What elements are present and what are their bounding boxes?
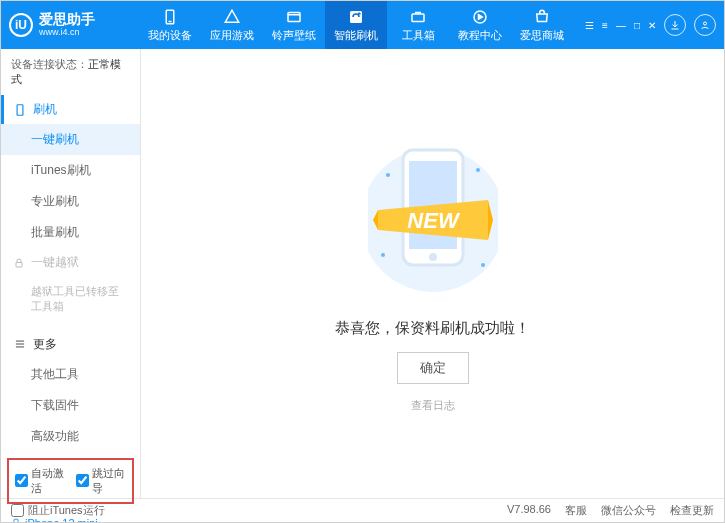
brand-name: 爱思助手 bbox=[39, 12, 95, 27]
user-icon[interactable] bbox=[694, 14, 716, 36]
sidebar-item-pro-flash[interactable]: 专业刷机 bbox=[1, 186, 140, 217]
logo: iU 爱思助手 www.i4.cn bbox=[9, 12, 139, 37]
logo-icon: iU bbox=[9, 13, 33, 37]
maximize-icon[interactable]: □ bbox=[634, 20, 640, 31]
svg-point-17 bbox=[429, 253, 437, 261]
phone-icon bbox=[13, 103, 27, 117]
sidebar-item-itunes-flash[interactable]: iTunes刷机 bbox=[1, 155, 140, 186]
sidebar-item-download-fw[interactable]: 下载固件 bbox=[1, 390, 140, 421]
connection-status: 设备连接状态：正常模式 bbox=[1, 49, 140, 95]
checkbox-auto-activate[interactable]: 自动激活 bbox=[15, 466, 66, 496]
svg-point-22 bbox=[481, 263, 485, 267]
svg-text:NEW: NEW bbox=[407, 208, 461, 233]
nav-flash[interactable]: 智能刷机 bbox=[325, 1, 387, 49]
nav-apps[interactable]: 应用游戏 bbox=[201, 1, 263, 49]
svg-point-7 bbox=[704, 22, 707, 25]
menu-icon[interactable]: ☰ bbox=[585, 20, 594, 31]
nav-store[interactable]: 爱思商城 bbox=[511, 1, 573, 49]
svg-point-20 bbox=[476, 168, 480, 172]
options-box: 自动激活 跳过向导 bbox=[7, 458, 134, 504]
version-label: V7.98.66 bbox=[507, 503, 551, 518]
sidebar: 设备连接状态：正常模式 刷机 一键刷机 iTunes刷机 专业刷机 批量刷机 一… bbox=[1, 49, 141, 498]
sidebar-item-advanced[interactable]: 高级功能 bbox=[1, 421, 140, 452]
checkbox-skip-guide[interactable]: 跳过向导 bbox=[76, 466, 127, 496]
svg-point-21 bbox=[381, 253, 385, 257]
download-icon[interactable] bbox=[664, 14, 686, 36]
wechat-link[interactable]: 微信公众号 bbox=[601, 503, 656, 518]
nav-my-device[interactable]: 我的设备 bbox=[139, 1, 201, 49]
view-log-link[interactable]: 查看日志 bbox=[411, 398, 455, 413]
sidebar-jailbreak-note: 越狱工具已转移至工具箱 bbox=[1, 277, 140, 322]
list-icon bbox=[13, 337, 27, 351]
support-link[interactable]: 客服 bbox=[565, 503, 587, 518]
svg-rect-2 bbox=[288, 12, 300, 21]
svg-rect-9 bbox=[16, 262, 22, 267]
check-update-link[interactable]: 检查更新 bbox=[670, 503, 714, 518]
content-area: NEW 恭喜您，保资料刷机成功啦！ 确定 查看日志 bbox=[141, 49, 724, 498]
nav-ringtones[interactable]: 铃声壁纸 bbox=[263, 1, 325, 49]
success-message: 恭喜您，保资料刷机成功啦！ bbox=[335, 319, 530, 338]
svg-rect-4 bbox=[412, 14, 424, 22]
main-nav: 我的设备 应用游戏 铃声壁纸 智能刷机 工具箱 教程中心 爱思商城 bbox=[139, 1, 585, 49]
brand-url: www.i4.cn bbox=[39, 28, 95, 38]
sidebar-group-jailbreak: 一键越狱 bbox=[1, 248, 140, 277]
svg-rect-13 bbox=[14, 519, 18, 523]
sidebar-group-more[interactable]: 更多 bbox=[1, 330, 140, 359]
svg-rect-3 bbox=[350, 11, 362, 23]
close-icon[interactable]: ✕ bbox=[648, 20, 656, 31]
svg-rect-8 bbox=[17, 104, 23, 115]
nav-tutorials[interactable]: 教程中心 bbox=[449, 1, 511, 49]
minimize-icon[interactable]: — bbox=[616, 20, 626, 31]
sidebar-group-flash[interactable]: 刷机 bbox=[1, 95, 140, 124]
lock-icon bbox=[13, 257, 25, 269]
pin-icon[interactable]: ≡ bbox=[602, 20, 608, 31]
sidebar-item-other-tools[interactable]: 其他工具 bbox=[1, 359, 140, 390]
nav-toolbox[interactable]: 工具箱 bbox=[387, 1, 449, 49]
svg-marker-6 bbox=[479, 14, 483, 19]
checkbox-block-itunes[interactable]: 阻止iTunes运行 bbox=[11, 503, 105, 518]
titlebar: iU 爱思助手 www.i4.cn 我的设备 应用游戏 铃声壁纸 智能刷机 工具… bbox=[1, 1, 724, 49]
svg-point-19 bbox=[386, 173, 390, 177]
sidebar-item-batch-flash[interactable]: 批量刷机 bbox=[1, 217, 140, 248]
ok-button[interactable]: 确定 bbox=[397, 352, 469, 384]
success-illustration: NEW bbox=[368, 135, 498, 305]
window-controls: ☰ ≡ — □ ✕ bbox=[585, 14, 716, 36]
sidebar-item-oneclick-flash[interactable]: 一键刷机 bbox=[1, 124, 140, 155]
